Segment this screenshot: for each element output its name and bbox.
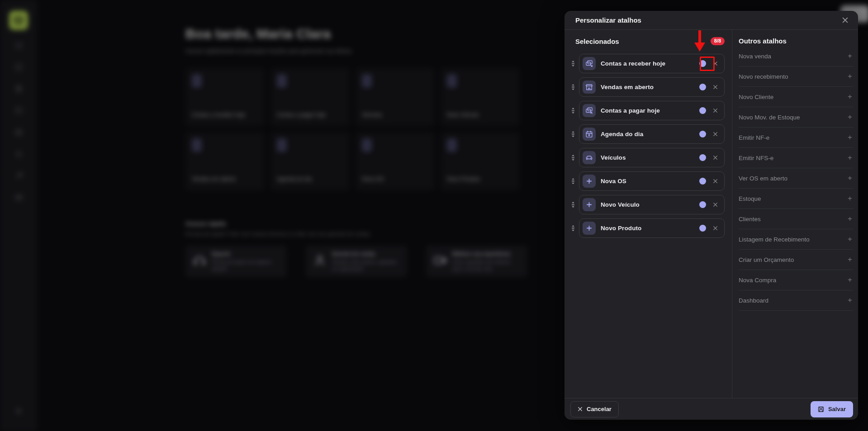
remove-item-icon[interactable]	[711, 85, 719, 90]
other-shortcut-item[interactable]: Listagem de Recebimento +	[739, 229, 853, 250]
add-shortcut-icon[interactable]: +	[848, 235, 853, 244]
selected-item[interactable]: Nova OS	[579, 171, 725, 191]
drag-handle-icon[interactable]	[570, 225, 579, 232]
selected-item[interactable]: Contas a receber hoje	[579, 54, 725, 73]
color-toggle-dot[interactable]	[699, 178, 706, 185]
add-shortcut-icon[interactable]: +	[848, 275, 853, 284]
other-shortcut-item[interactable]: Clientes +	[739, 209, 853, 229]
customize-shortcuts-modal: Personalizar atalhos Selecionados 8/8	[564, 11, 858, 420]
selected-item-row: Agenda do dia	[570, 124, 725, 144]
selected-item[interactable]: Novo Produto	[579, 218, 725, 238]
selected-item-label: Nova OS	[601, 178, 626, 185]
add-shortcut-icon[interactable]: +	[848, 255, 853, 264]
drag-handle-icon[interactable]	[570, 201, 579, 208]
selected-item-row: Novo Produto	[570, 218, 725, 238]
selected-item-row: Contas a pagar hoje	[570, 101, 725, 120]
selected-item-row: Vendas em aberto	[570, 77, 725, 97]
selected-item[interactable]: Vendas em aberto	[579, 77, 725, 97]
selected-item[interactable]: Veículos	[579, 148, 725, 167]
modal-body: Selecionados 8/8	[564, 30, 858, 398]
color-toggle-dot[interactable]	[699, 154, 706, 161]
remove-item-icon[interactable]	[711, 226, 719, 231]
cancel-x-icon	[578, 407, 583, 412]
other-shortcut-label: Emitir NFS-e	[739, 155, 773, 161]
remove-item-icon[interactable]	[711, 132, 719, 137]
others-heading: Outros atalhos	[739, 37, 787, 45]
selected-item-label: Novo Produto	[601, 225, 641, 232]
others-list: Nova venda + Novo recebimento + Novo Cli…	[739, 46, 853, 311]
drag-handle-icon[interactable]	[570, 107, 579, 114]
add-shortcut-icon[interactable]: +	[848, 153, 853, 162]
remove-item-icon[interactable]	[711, 61, 719, 66]
other-shortcut-label: Novo recebimento	[739, 73, 788, 80]
drag-handle-icon[interactable]	[570, 178, 579, 185]
other-shortcut-item[interactable]: Emitir NF-e +	[739, 128, 853, 148]
plus-icon	[585, 224, 593, 232]
drag-handle-icon[interactable]	[570, 131, 579, 137]
remove-item-icon[interactable]	[711, 202, 719, 207]
save-button[interactable]: Salvar	[811, 401, 853, 417]
selected-list: Contas a receber hoje	[570, 54, 725, 238]
add-shortcut-icon[interactable]: +	[848, 174, 853, 183]
cancel-button[interactable]: Cancelar	[570, 401, 619, 417]
close-icon[interactable]	[839, 14, 851, 26]
other-shortcut-item[interactable]: Novo Cliente +	[739, 87, 853, 107]
other-shortcut-item[interactable]: Ver OS em aberto +	[739, 168, 853, 189]
modal-footer: Cancelar Salvar	[564, 398, 858, 420]
color-toggle-dot[interactable]	[699, 201, 706, 208]
other-shortcut-label: Criar um Orçamento	[739, 256, 794, 263]
add-shortcut-icon[interactable]: +	[848, 214, 853, 223]
selected-item-label: Novo Veículo	[601, 201, 640, 208]
plus-icon	[585, 201, 593, 208]
other-shortcut-label: Nova venda	[739, 53, 771, 60]
modal-title: Personalizar atalhos	[575, 16, 641, 24]
color-toggle-dot[interactable]	[699, 60, 706, 67]
selected-item[interactable]: Agenda do dia	[579, 124, 725, 144]
others-pane: Outros atalhos Nova venda + Novo recebim…	[732, 30, 858, 398]
other-shortcut-label: Ver OS em aberto	[739, 175, 787, 182]
add-shortcut-icon[interactable]: +	[848, 194, 853, 203]
drag-handle-icon[interactable]	[570, 60, 579, 67]
color-toggle-dot[interactable]	[699, 107, 706, 114]
other-shortcut-label: Novo Cliente	[739, 94, 773, 100]
selected-item-row: Novo Veículo	[570, 195, 725, 214]
other-shortcut-item[interactable]: Novo Mov. de Estoque +	[739, 107, 853, 128]
add-shortcut-icon[interactable]: +	[848, 133, 853, 142]
add-shortcut-icon[interactable]: +	[848, 72, 853, 81]
remove-item-icon[interactable]	[711, 155, 719, 160]
storefront-icon	[585, 83, 593, 91]
other-shortcut-item[interactable]: Novo recebimento +	[739, 66, 853, 87]
other-shortcut-item[interactable]: Criar um Orçamento +	[739, 250, 853, 270]
other-shortcut-label: Dashboard	[739, 297, 768, 304]
selected-item-row: Nova OS	[570, 171, 725, 191]
other-shortcut-item[interactable]: Nova Compra +	[739, 270, 853, 290]
selected-item[interactable]: Novo Veículo	[579, 195, 725, 214]
accounts-receivable-icon	[585, 60, 593, 67]
add-shortcut-icon[interactable]: +	[848, 52, 853, 61]
color-toggle-dot[interactable]	[699, 225, 706, 232]
selected-item-label: Agenda do dia	[601, 131, 643, 137]
remove-item-icon[interactable]	[711, 179, 719, 184]
other-shortcut-item[interactable]: Dashboard +	[739, 290, 853, 311]
selected-item-label: Vendas em aberto	[601, 84, 654, 90]
drag-handle-icon[interactable]	[570, 84, 579, 90]
color-toggle-dot[interactable]	[699, 131, 706, 137]
other-shortcut-item[interactable]: Emitir NFS-e +	[739, 148, 853, 168]
selected-item-row: Veículos	[570, 148, 725, 167]
accounts-payable-icon	[585, 107, 593, 114]
plus-icon	[585, 177, 593, 185]
selected-item[interactable]: Contas a pagar hoje	[579, 101, 725, 120]
car-icon	[585, 154, 593, 161]
add-shortcut-icon[interactable]: +	[848, 92, 853, 101]
other-shortcut-item[interactable]: Nova venda +	[739, 46, 853, 66]
remove-item-icon[interactable]	[711, 108, 719, 113]
other-shortcut-item[interactable]: Estoque +	[739, 189, 853, 209]
save-label: Salvar	[828, 406, 846, 412]
add-shortcut-icon[interactable]: +	[848, 113, 853, 122]
selected-heading-row: Selecionados 8/8	[570, 37, 725, 46]
color-toggle-dot[interactable]	[699, 84, 706, 90]
modal-header: Personalizar atalhos	[564, 11, 858, 30]
add-shortcut-icon[interactable]: +	[848, 296, 853, 305]
drag-handle-icon[interactable]	[570, 154, 579, 161]
count-badge: 8/8	[711, 37, 725, 45]
